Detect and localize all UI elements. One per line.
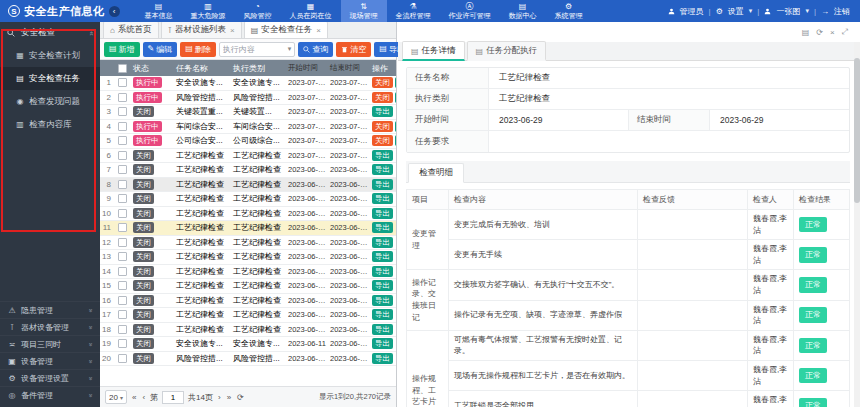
table-row[interactable]: 6关闭工艺纪律检查工艺纪律检查2023-07-032023-07-03导出	[100, 149, 396, 164]
export-row-button[interactable]: 导出	[372, 179, 393, 190]
table-row[interactable]: 13关闭工艺纪律检查工艺纪律检查2023-06-212023-06-21导出	[100, 250, 396, 265]
sidebar-item-check-library[interactable]: ▥检查内容库	[0, 113, 100, 136]
row-checkbox[interactable]	[118, 136, 127, 145]
table-row[interactable]: 1执行中安全设施专...安全设施专...2023-07-102023-07-31…	[100, 76, 396, 91]
table-row[interactable]: 17关闭工艺纪律检查工艺纪律检查2023-06-152023-06-15导出	[100, 308, 396, 323]
tab-task-assignment[interactable]: ▤ 任务分配执行	[467, 41, 547, 61]
sidebar-group-three-simultaneous[interactable]: ≍项目三同时«	[0, 335, 100, 352]
table-row[interactable]: 20关闭风险管控措...风险管控措...2023-06-132023-06-30…	[100, 352, 396, 367]
row-checkbox[interactable]	[118, 151, 127, 160]
top-nav-data-center[interactable]: ▤数据中心	[500, 0, 546, 22]
table-row[interactable]: 10关闭工艺纪律检查工艺纪律检查2023-06-272023-06-27导出	[100, 207, 396, 222]
export-row-button[interactable]: 导出	[372, 208, 393, 219]
row-checkbox[interactable]	[118, 296, 127, 305]
export-row-button[interactable]: 导出	[372, 266, 393, 277]
refresh-icon[interactable]: ⟳	[816, 28, 823, 37]
filter-combobox[interactable]: ▾	[219, 42, 296, 57]
select-all-checkbox[interactable]	[118, 64, 127, 73]
export-row-button[interactable]: 导出	[372, 150, 393, 161]
export-row-button[interactable]: 导出	[372, 309, 393, 320]
export-row-button[interactable]: 导出	[372, 353, 393, 364]
row-checkbox[interactable]	[118, 122, 127, 131]
sidebar-group-spare-parts[interactable]: ◎备件管理«	[0, 386, 100, 403]
table-row[interactable]: 18关闭工艺纪律检查工艺纪律检查2023-06-142023-06-14导出	[100, 323, 396, 338]
delete-button[interactable]: ▤ 删除	[180, 42, 216, 57]
row-checkbox[interactable]	[118, 252, 127, 261]
row-checkbox[interactable]	[118, 194, 127, 203]
close-task-button[interactable]: 关闭	[372, 135, 393, 146]
export-row-button[interactable]: 导出	[395, 121, 396, 132]
row-checkbox[interactable]	[118, 93, 127, 102]
filter-input[interactable]	[220, 45, 288, 54]
close-task-button[interactable]: 关闭	[372, 92, 393, 103]
table-row[interactable]: 4执行中车间综合安...车间综合安...2023-07-082023-07-31…	[100, 120, 396, 135]
sidebar-collapse-toggle-icon[interactable]: ‹	[109, 6, 120, 17]
table-row[interactable]: 12关闭工艺纪律检查工艺纪律检查2023-06-252023-06-25导出	[100, 236, 396, 251]
last-page-icon[interactable]: »	[226, 393, 232, 402]
table-row[interactable]: 16关闭工艺纪律检查工艺纪律检查2023-06-162023-06-16导出	[100, 294, 396, 309]
top-nav-personnel-on-duty[interactable]: ▦人员在岗在位	[281, 0, 341, 22]
sidebar-item-check-task[interactable]: ▤安全检查任务	[0, 67, 100, 90]
table-row[interactable]: 9关闭工艺纪律检查工艺纪律检查2023-06-282023-06-28导出	[100, 192, 396, 207]
scrollbar-thumb[interactable]	[854, 58, 860, 203]
close-icon[interactable]: ×	[830, 28, 835, 37]
top-nav-system-management[interactable]: ⚙系统管理	[546, 0, 592, 22]
table-row[interactable]: 2执行中风险管控措...风险管控措...2023-07-082023-07-31…	[100, 91, 396, 106]
export-row-button[interactable]: 导出	[372, 106, 393, 117]
top-nav-site-management[interactable]: ⇅现场管理	[341, 0, 387, 22]
table-row[interactable]: 8关闭工艺纪律检查工艺纪律检查2023-06-292023-06-29导出	[100, 178, 396, 193]
tab-task-detail[interactable]: ▤ 任务详情	[402, 41, 465, 61]
top-nav-basic-info[interactable]: ▤基本信息	[136, 0, 182, 22]
search-button[interactable]: 查询	[298, 42, 333, 57]
logout-button[interactable]: 注销	[834, 6, 850, 17]
table-row[interactable]: 19关闭安全设施专...安全设施专...2023-06-112023-06-30…	[100, 337, 396, 352]
chevron-down-icon[interactable]: ▾	[749, 7, 753, 15]
add-button[interactable]: ▤ 新增	[104, 42, 140, 57]
next-page-icon[interactable]: ›	[217, 393, 222, 402]
row-checkbox[interactable]	[118, 281, 127, 290]
top-nav-full-process[interactable]: ⚗全流程管理	[387, 0, 440, 22]
sidebar-group-hidden-danger[interactable]: ⚠隐患管理«	[0, 301, 100, 318]
row-checkbox[interactable]	[118, 325, 127, 334]
row-checkbox[interactable]	[118, 78, 127, 87]
export-row-button[interactable]: 导出	[395, 92, 396, 103]
tab-equipment-list[interactable]: ⊺器材设施列表×	[161, 21, 242, 38]
export-row-button[interactable]: 导出	[372, 164, 393, 175]
row-checkbox[interactable]	[118, 267, 127, 276]
tab-close-icon[interactable]: ×	[230, 26, 235, 35]
refresh-icon[interactable]: ⟳	[236, 393, 245, 402]
table-row[interactable]: 5执行中公司综合安...公司级综合...2023-07-082023-07-31…	[100, 134, 396, 149]
first-page-icon[interactable]: «	[131, 393, 137, 402]
edit-button[interactable]: ✎ 编辑	[143, 42, 178, 57]
row-checkbox[interactable]	[118, 339, 127, 348]
row-checkbox[interactable]	[118, 354, 127, 363]
table-row[interactable]: 11关闭工艺纪律检查工艺纪律检查2023-06-262023-06-26导出	[100, 221, 396, 236]
tab-safety-check-task[interactable]: ▤安全检查任务×	[244, 21, 328, 38]
export-row-button[interactable]: 导出	[372, 251, 393, 262]
table-row[interactable]: 3关闭关键装置重...关键装置...2023-07-082023-07-31导出	[100, 105, 396, 120]
sidebar-group-device-settings[interactable]: ⚙设备管理设置«	[0, 369, 100, 386]
sidebar-item-check-issue[interactable]: ◉检查发现问题	[0, 90, 100, 113]
top-nav-major-hazard[interactable]: ▥重大危险源	[182, 0, 235, 22]
row-checkbox[interactable]	[118, 238, 127, 247]
export-row-button[interactable]: 导出	[395, 77, 396, 88]
fullscreen-icon[interactable]: ⤢	[842, 27, 848, 37]
table-row[interactable]: 14关闭工艺纪律检查工艺纪律检查2023-06-202023-06-20导出	[100, 265, 396, 280]
sidebar-group-equipment[interactable]: ⊺器材设备管理«	[0, 318, 100, 335]
chevron-down-icon[interactable]: ▾	[288, 45, 295, 53]
tab-check-detail[interactable]: 检查明细	[408, 163, 464, 183]
clear-button[interactable]: 清空	[336, 42, 371, 57]
sidebar-group-device[interactable]: ▣设备管理«	[0, 352, 100, 369]
top-nav-risk-control[interactable]: ◔风险管控	[235, 0, 281, 22]
row-checkbox[interactable]	[118, 107, 127, 116]
tab-home[interactable]: ⌂系统首页	[103, 21, 159, 38]
export-row-button[interactable]: 导出	[372, 324, 393, 335]
export-row-button[interactable]: 导出	[395, 135, 396, 146]
close-task-button[interactable]: 关闭	[372, 121, 393, 132]
row-checkbox[interactable]	[118, 165, 127, 174]
export-row-button[interactable]: 导出	[372, 280, 393, 291]
page-size-select[interactable]: 20 ▾	[105, 390, 127, 404]
table-row[interactable]: 15关闭工艺纪律检查工艺纪律检查2023-06-192023-06-19导出	[100, 279, 396, 294]
one-map-menu[interactable]: 一张图	[776, 6, 800, 17]
admin-label[interactable]: 管理员	[680, 6, 704, 17]
